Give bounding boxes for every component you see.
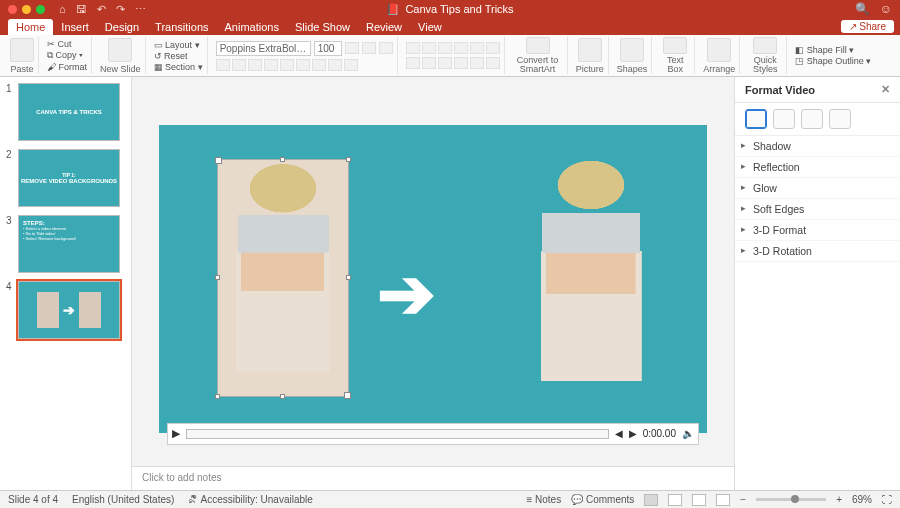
char-spacing-icon[interactable] [296,59,310,71]
decrease-indent-icon[interactable] [438,42,452,54]
strike-icon[interactable] [264,59,278,71]
tab-animations[interactable]: Animations [217,19,287,35]
decrease-font-icon[interactable] [362,42,376,54]
arrange-icon[interactable] [707,38,731,62]
bold-icon[interactable] [216,59,230,71]
slide-canvas[interactable]: ➔ ▶ ◀ ▶ 0:00.00 🔈 [159,125,707,433]
reading-view-icon[interactable] [692,494,706,506]
section-3d-format[interactable]: 3-D Format [735,220,900,241]
cut-button[interactable]: ✂ Cut [47,39,87,49]
textbox-icon[interactable] [663,37,687,54]
minimize-window-icon[interactable] [22,5,31,14]
text-direction-icon[interactable] [486,42,500,54]
sorter-view-icon[interactable] [668,494,682,506]
italic-icon[interactable] [232,59,246,71]
home-icon[interactable]: ⌂ [59,3,66,15]
size-tab-icon[interactable] [801,109,823,129]
status-access[interactable]: ⛐ Accessibility: Unavailable [188,494,313,505]
shadow-text-icon[interactable] [280,59,294,71]
tab-transitions[interactable]: Transitions [147,19,216,35]
undo-icon[interactable]: ↶ [97,3,106,16]
bullets-icon[interactable] [406,42,420,54]
shapes-icon[interactable] [620,38,644,62]
tab-slideshow[interactable]: Slide Show [287,19,358,35]
clear-format-icon[interactable] [379,42,393,54]
thumbnail-2[interactable]: 2 TIP 1: REMOVE VIDEO BACKGROUNDS [6,149,125,207]
share-button[interactable]: ↗ Share [841,20,894,33]
font-family-select[interactable]: Poppins ExtraBol… [216,41,311,56]
thumbnail-3[interactable]: 3 STEPS: • Select a video element • Go t… [6,215,125,273]
video-tab-icon[interactable] [829,109,851,129]
zoom-in-icon[interactable]: + [836,494,842,505]
new-slide-icon[interactable] [108,38,132,62]
align-right-icon[interactable] [438,57,452,69]
paste-icon[interactable] [10,38,34,62]
step-fwd-icon[interactable]: ▶ [629,428,637,439]
smartart-icon[interactable] [526,37,550,54]
thumbnail-4[interactable]: 4 ➔ [6,281,125,339]
arrow-shape[interactable]: ➔ [377,253,436,335]
tab-review[interactable]: Review [358,19,410,35]
search-icon[interactable]: 🔍 [855,2,870,16]
tab-insert[interactable]: Insert [53,19,97,35]
tab-home[interactable]: Home [8,19,53,35]
section-glow[interactable]: Glow [735,178,900,199]
shape-outline-button[interactable]: ◳ Shape Outline ▾ [795,56,871,66]
zoom-out-icon[interactable]: − [740,494,746,505]
font-size-select[interactable]: 100 [314,41,342,56]
notes-pane[interactable]: Click to add notes [132,466,734,490]
increase-font-icon[interactable] [345,42,359,54]
slideshow-view-icon[interactable] [716,494,730,506]
fullscreen-window-icon[interactable] [36,5,45,14]
redo-icon[interactable]: ↷ [116,3,125,16]
volume-icon[interactable]: 🔈 [682,428,694,439]
align-center-icon[interactable] [422,57,436,69]
picture-icon[interactable] [578,38,602,62]
status-lang[interactable]: English (United States) [72,494,174,505]
more-icon[interactable]: ⋯ [135,3,146,16]
seek-track[interactable] [186,429,609,439]
video-element-selected[interactable] [217,159,349,397]
highlight-icon[interactable] [328,59,342,71]
comments-toggle[interactable]: 💬 Comments [571,494,634,505]
align-left-icon[interactable] [406,57,420,69]
zoom-slider[interactable] [756,498,826,501]
notes-toggle[interactable]: ≡ Notes [526,494,561,505]
video-element-right[interactable] [521,155,661,405]
normal-view-icon[interactable] [644,494,658,506]
align-text-icon[interactable] [486,57,500,69]
close-window-icon[interactable] [8,5,17,14]
section-reflection[interactable]: Reflection [735,157,900,178]
section-soft-edges[interactable]: Soft Edges [735,199,900,220]
save-icon[interactable]: 🖫 [76,3,87,15]
tab-design[interactable]: Design [97,19,147,35]
section-button[interactable]: ▦ Section ▾ [154,62,203,72]
step-back-icon[interactable]: ◀ [615,428,623,439]
justify-icon[interactable] [454,57,468,69]
fill-tab-icon[interactable] [745,109,767,129]
thumbnail-1[interactable]: 1 CANVA TIPS & TRICKS [6,83,125,141]
zoom-percent[interactable]: 69% [852,494,872,505]
section-shadow[interactable]: Shadow [735,136,900,157]
copy-button[interactable]: ⧉ Copy ▾ [47,50,87,61]
account-icon[interactable]: ☺ [880,2,892,16]
numbering-icon[interactable] [422,42,436,54]
close-icon[interactable]: ✕ [881,83,890,96]
play-icon[interactable]: ▶ [172,427,180,440]
columns-icon[interactable] [470,57,484,69]
fit-window-icon[interactable]: ⛶ [882,494,892,505]
layout-button[interactable]: ▭ Layout ▾ [154,40,203,50]
change-case-icon[interactable] [312,59,326,71]
font-color-icon[interactable] [344,59,358,71]
line-spacing-icon[interactable] [470,42,484,54]
quick-styles-icon[interactable] [753,37,777,54]
reset-button[interactable]: ↺ Reset [154,51,203,61]
menu-bar: Home Insert Design Transitions Animation… [0,18,900,35]
format-painter-button[interactable]: 🖌 Format [47,62,87,72]
section-3d-rotation[interactable]: 3-D Rotation [735,241,900,262]
underline-icon[interactable] [248,59,262,71]
increase-indent-icon[interactable] [454,42,468,54]
shape-fill-button[interactable]: ◧ Shape Fill ▾ [795,45,871,55]
tab-view[interactable]: View [410,19,450,35]
effects-tab-icon[interactable] [773,109,795,129]
